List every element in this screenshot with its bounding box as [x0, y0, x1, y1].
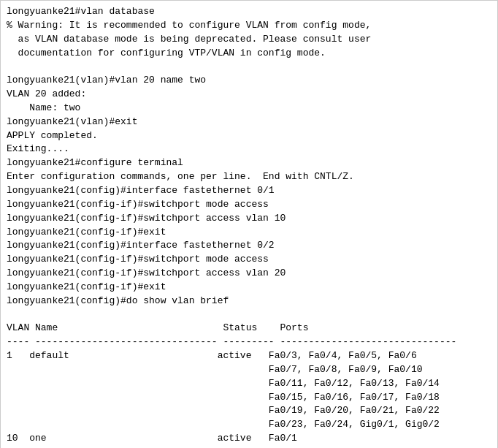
terminal-window: longyuanke21#vlan database % Warning: It…: [0, 0, 498, 448]
terminal-output: longyuanke21#vlan database % Warning: It…: [7, 5, 491, 448]
